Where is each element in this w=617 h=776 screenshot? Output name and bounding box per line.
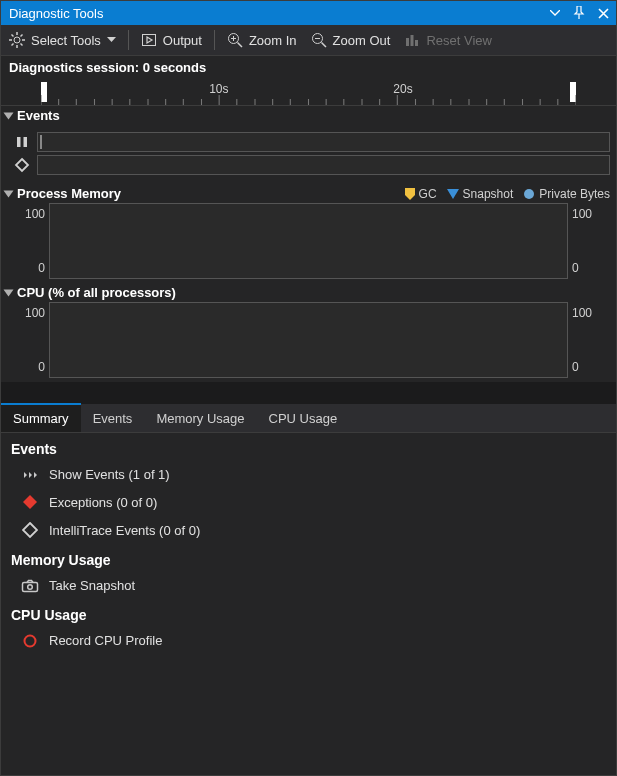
summary-cpu-title: CPU Usage bbox=[1, 599, 616, 627]
events-header[interactable]: Events bbox=[1, 106, 616, 125]
svg-line-8 bbox=[12, 44, 14, 46]
svg-point-55 bbox=[28, 584, 33, 589]
events-icon bbox=[21, 469, 39, 481]
exceptions-label: Exceptions (0 of 0) bbox=[49, 495, 157, 510]
toolbar-separator bbox=[128, 30, 129, 50]
cpu-chart: 1000 1000 bbox=[7, 302, 610, 378]
toolbar: Select Tools Output Zoom In bbox=[1, 25, 616, 56]
cpu-yaxis-left: 1000 bbox=[7, 302, 49, 378]
close-icon[interactable] bbox=[596, 6, 610, 20]
cpu-yaxis-right: 1000 bbox=[568, 302, 610, 378]
svg-line-6 bbox=[21, 44, 23, 46]
record-cpu-label: Record CPU Profile bbox=[49, 633, 162, 648]
zoom-out-label: Zoom Out bbox=[333, 33, 391, 48]
exception-icon bbox=[21, 494, 39, 510]
memory-header[interactable]: Process Memory GC Snapshot Private Bytes bbox=[1, 184, 616, 203]
collapse-icon bbox=[4, 112, 14, 119]
tab-memory[interactable]: Memory Usage bbox=[144, 404, 256, 432]
svg-rect-17 bbox=[406, 38, 409, 46]
record-icon bbox=[21, 634, 39, 648]
events-track-break[interactable] bbox=[37, 132, 610, 152]
svg-point-0 bbox=[14, 37, 20, 43]
output-button[interactable]: Output bbox=[139, 25, 204, 55]
memory-legend: GC Snapshot Private Bytes bbox=[405, 187, 610, 201]
tab-events[interactable]: Events bbox=[81, 404, 145, 432]
take-snapshot-label: Take Snapshot bbox=[49, 578, 135, 593]
show-events-link[interactable]: Show Events (1 of 1) bbox=[1, 461, 616, 488]
zoom-in-icon bbox=[227, 32, 243, 48]
ruler-label-20s: 20s bbox=[393, 82, 412, 96]
ruler-label-10s: 10s bbox=[209, 82, 228, 96]
zoom-out-button[interactable]: Zoom Out bbox=[309, 25, 393, 55]
output-icon bbox=[141, 32, 157, 48]
events-track-intellitrace[interactable] bbox=[37, 155, 610, 175]
session-label: Diagnostics session: 0 seconds bbox=[1, 56, 616, 79]
title-bar: Diagnostic Tools bbox=[1, 1, 616, 25]
chevron-down-icon bbox=[107, 37, 116, 43]
svg-rect-19 bbox=[415, 40, 418, 46]
reset-view-label: Reset View bbox=[426, 33, 492, 48]
svg-line-5 bbox=[12, 35, 14, 37]
svg-line-11 bbox=[237, 43, 242, 48]
legend-private: Private Bytes bbox=[523, 187, 610, 201]
exceptions-link[interactable]: Exceptions (0 of 0) bbox=[1, 488, 616, 516]
legend-gc: GC bbox=[405, 187, 437, 201]
dropdown-icon[interactable] bbox=[548, 6, 562, 20]
show-events-label: Show Events (1 of 1) bbox=[49, 467, 170, 482]
collapse-icon bbox=[4, 190, 14, 197]
break-event-icon bbox=[7, 135, 37, 149]
legend-snapshot: Snapshot bbox=[447, 187, 514, 201]
window-title: Diagnostic Tools bbox=[9, 6, 103, 21]
svg-line-15 bbox=[321, 43, 326, 48]
pin-icon[interactable] bbox=[572, 6, 586, 20]
memory-yaxis-left: 1000 bbox=[7, 203, 49, 279]
select-tools-button[interactable]: Select Tools bbox=[7, 25, 118, 55]
window-controls bbox=[548, 6, 610, 20]
svg-rect-52 bbox=[24, 137, 28, 147]
toolbar-separator bbox=[214, 30, 215, 50]
summary-events-title: Events bbox=[1, 433, 616, 461]
svg-rect-9 bbox=[142, 35, 155, 46]
cpu-header[interactable]: CPU (% of all processors) bbox=[1, 283, 616, 302]
intellitrace-event-icon bbox=[7, 157, 37, 173]
intellitrace-link[interactable]: IntelliTrace Events (0 of 0) bbox=[1, 516, 616, 544]
memory-title: Process Memory bbox=[17, 186, 121, 201]
events-title: Events bbox=[17, 108, 60, 123]
ruler-ticks bbox=[41, 81, 576, 105]
gear-icon bbox=[9, 32, 25, 48]
zoom-in-label: Zoom In bbox=[249, 33, 297, 48]
summary-panel: Events Show Events (1 of 1) Exceptions (… bbox=[1, 433, 616, 775]
record-cpu-link[interactable]: Record CPU Profile bbox=[1, 627, 616, 654]
intellitrace-icon bbox=[21, 522, 39, 538]
svg-point-53 bbox=[524, 189, 534, 199]
reset-view-icon bbox=[404, 32, 420, 48]
summary-memory-title: Memory Usage bbox=[1, 544, 616, 572]
reset-view-button[interactable]: Reset View bbox=[402, 25, 494, 55]
cpu-title: CPU (% of all processors) bbox=[17, 285, 176, 300]
svg-line-7 bbox=[21, 35, 23, 37]
time-ruler[interactable]: 10s 20s bbox=[1, 79, 616, 106]
select-tools-label: Select Tools bbox=[31, 33, 101, 48]
camera-icon bbox=[21, 579, 39, 593]
zoom-in-button[interactable]: Zoom In bbox=[225, 25, 299, 55]
memory-chart: 1000 1000 bbox=[7, 203, 610, 279]
tab-summary[interactable]: Summary bbox=[1, 403, 81, 432]
cpu-plot[interactable] bbox=[49, 302, 568, 378]
intellitrace-label: IntelliTrace Events (0 of 0) bbox=[49, 523, 200, 538]
svg-rect-54 bbox=[23, 582, 38, 591]
tabstrip: Summary Events Memory Usage CPU Usage bbox=[1, 404, 616, 433]
events-lanes bbox=[1, 125, 616, 184]
tab-cpu[interactable]: CPU Usage bbox=[257, 404, 350, 432]
svg-rect-18 bbox=[411, 35, 414, 46]
take-snapshot-link[interactable]: Take Snapshot bbox=[1, 572, 616, 599]
collapse-icon bbox=[4, 289, 14, 296]
zoom-out-icon bbox=[311, 32, 327, 48]
panel-gap bbox=[1, 382, 616, 404]
svg-point-56 bbox=[25, 635, 36, 646]
memory-yaxis-right: 1000 bbox=[568, 203, 610, 279]
memory-plot[interactable] bbox=[49, 203, 568, 279]
svg-rect-51 bbox=[17, 137, 21, 147]
output-label: Output bbox=[163, 33, 202, 48]
